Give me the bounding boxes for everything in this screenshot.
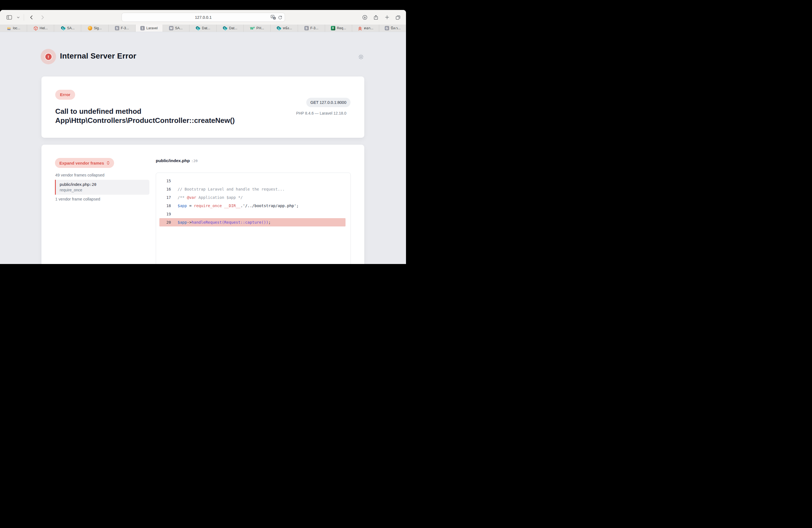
vendor-frames-collapsed-bottom: 1 vendor frame collapsed <box>55 197 100 201</box>
browser-tab[interactable]: Sหนัง... <box>271 25 298 32</box>
error-message: Call to undefined method App\Http\Contro… <box>55 107 235 125</box>
code-snippet-heading: public/index.php:20 <box>156 158 198 163</box>
sidebar-icon <box>6 15 12 20</box>
sun-icon <box>358 53 365 60</box>
screen: 127.0.0.1 A x <box>0 0 406 264</box>
page-title: Internal Server Error <box>60 52 136 60</box>
sharepoint-icon: S <box>276 26 281 31</box>
browser-tab[interactable]: Hel... <box>27 25 54 32</box>
browser-tab[interactable]: SDat... <box>217 25 244 32</box>
browser-tab[interactable]: SSA... <box>54 25 81 32</box>
code-text: $app = require_once __DIR__.'/../bootstr… <box>178 204 299 208</box>
line-number: 16 <box>163 187 171 191</box>
sharepoint-icon: S <box>195 26 200 31</box>
svg-text:PMA: PMA <box>8 29 11 30</box>
code-line: 16// Bootstrap Laravel and handle the re… <box>159 185 346 193</box>
svg-text:A: A <box>272 15 273 18</box>
tab-strip: PMAloc...Hel...SSA...Sig...SF-3...1Larav… <box>0 25 406 32</box>
translate-button[interactable]: A x <box>271 14 276 20</box>
address-bar-icons: A x <box>271 13 282 21</box>
code-snippet-block: 1516// Bootstrap Laravel and handle the … <box>156 173 351 264</box>
error-type-badge: Error <box>55 90 75 100</box>
red-chevrons-icon <box>358 26 362 31</box>
line-number: 20 <box>163 220 171 224</box>
browser-tab-active[interactable]: 1Laravel <box>135 25 162 32</box>
share-icon <box>373 15 379 20</box>
code-text: /** @var Application $app */ <box>178 195 243 200</box>
vendor-frames-collapsed-top: 49 vendor frames collapsed <box>55 173 104 177</box>
error-alert-icon: ! <box>41 49 56 64</box>
tab-label: Dat... <box>202 26 210 30</box>
tab-label: ดอก... <box>364 25 373 31</box>
tab-overview-button[interactable] <box>393 13 403 21</box>
tab-label: Req... <box>337 26 346 30</box>
w3schools-icon: W3 <box>250 25 255 31</box>
sharepoint-icon: S <box>222 26 227 31</box>
new-tab-button[interactable] <box>382 13 392 21</box>
address-bar[interactable]: 127.0.0.1 A x <box>121 13 285 22</box>
back-button[interactable] <box>27 13 36 21</box>
safari-window: 127.0.0.1 A x <box>0 10 406 264</box>
page-content: ! Internal Server Error Error GET 127 <box>0 32 406 264</box>
code-text: $app->handleRequest(Request::capture()); <box>178 220 271 224</box>
letter-m-icon: M <box>169 26 173 30</box>
share-button[interactable] <box>371 13 381 21</box>
stack-frame-item[interactable]: public/index.php:20 require_once <box>55 180 149 195</box>
code-line: 15 <box>159 177 346 185</box>
tab-label: F-3... <box>121 26 129 30</box>
sidebar-dropdown-button[interactable] <box>15 13 21 21</box>
tab-label: Laravel <box>146 26 158 30</box>
toolbar-right-group <box>360 10 403 25</box>
svg-text:S: S <box>62 27 63 29</box>
error-summary-card: Error GET 127.0.0.1:8000 PHP 8.4.6 — Lar… <box>41 76 364 138</box>
tab-label: loc... <box>13 26 20 30</box>
stack-frame-line: :20 <box>89 182 96 187</box>
phpmyadmin-icon: PMA <box>6 26 11 31</box>
stack-trace-card: Expand vendor frames 49 vendor frames co… <box>41 145 364 264</box>
line-number: 19 <box>163 212 171 216</box>
expand-vendor-frames-label: Expand vendor frames <box>59 161 104 165</box>
browser-tab[interactable]: W3PH... <box>244 25 271 32</box>
tabs-overview-icon <box>395 15 401 20</box>
letter-g-icon: G <box>385 26 389 30</box>
letter-s-icon: S <box>115 26 119 30</box>
tab-label: หนัง... <box>283 25 292 31</box>
tab-label: Hel... <box>40 26 48 30</box>
svg-text:S: S <box>224 27 225 29</box>
browser-tab[interactable]: MSA... <box>162 25 189 32</box>
downloads-button[interactable] <box>360 13 369 21</box>
toolbar-left-group <box>4 13 47 21</box>
browser-tab[interactable]: Sig... <box>81 25 108 32</box>
browser-tab[interactable]: PMAloc... <box>0 25 27 32</box>
tab-label: SA... <box>175 26 183 30</box>
letter-1-icon: 1 <box>140 26 145 30</box>
code-line: 19 <box>159 210 346 218</box>
browser-tab[interactable]: XReq... <box>325 25 352 32</box>
tab-label: Sig... <box>94 26 102 30</box>
browser-tab[interactable]: ดอก... <box>352 25 379 32</box>
line-number: 18 <box>163 204 171 208</box>
download-icon <box>362 15 367 20</box>
browser-tab[interactable]: SF-3... <box>108 25 135 32</box>
snippet-line-number: :20 <box>191 159 198 163</box>
error-message-line2: App\Http\Controllers\ProductController::… <box>55 116 235 125</box>
sidebar-toggle-button[interactable] <box>4 13 14 21</box>
request-method-badge: GET 127.0.0.1:8000 <box>306 98 350 107</box>
theme-toggle-button[interactable] <box>357 53 365 61</box>
reload-button[interactable] <box>278 15 282 20</box>
stack-frame-file-row: public/index.php:20 <box>60 182 146 187</box>
environment-versions: PHP 8.4.6 — Laravel 12.18.0 <box>296 111 346 115</box>
tab-label: Dat... <box>229 26 237 30</box>
expand-vendor-frames-button[interactable]: Expand vendor frames <box>55 158 114 168</box>
url-text: 127.0.0.1 <box>195 15 212 19</box>
browser-tab[interactable]: SF-3... <box>298 25 325 32</box>
code-line: 17/** @var Application $app */ <box>159 193 346 202</box>
tab-label: F-3... <box>310 26 318 30</box>
code-line: 18$app = require_once __DIR__.'/../boots… <box>159 202 346 210</box>
excel-icon: X <box>331 26 335 30</box>
forward-button[interactable] <box>38 13 47 21</box>
browser-tab[interactable]: SDat... <box>189 25 217 32</box>
browser-tab[interactable]: Gบึงเว... <box>379 25 406 32</box>
plus-icon <box>385 15 390 20</box>
chevron-down-icon <box>17 16 20 19</box>
